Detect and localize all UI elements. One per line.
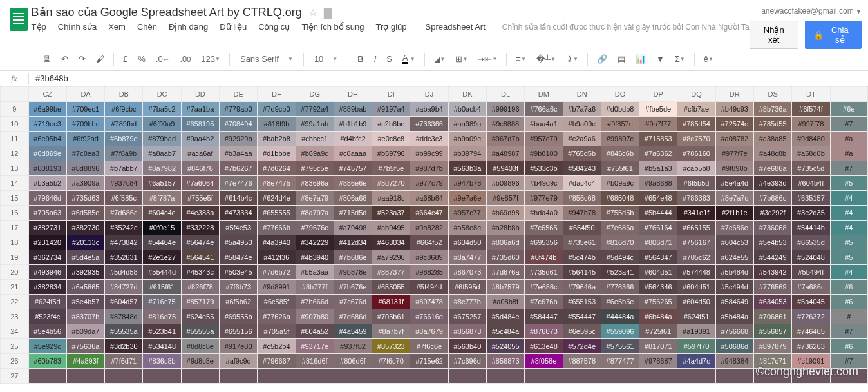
cell[interactable]: #6f9cbc bbox=[105, 102, 143, 117]
cell[interactable]: #8e7475 bbox=[258, 176, 296, 191]
cell[interactable]: #6 bbox=[830, 280, 867, 295]
cell[interactable]: #635157 bbox=[792, 191, 830, 206]
cell[interactable]: #baa4a1 bbox=[525, 117, 563, 132]
cell[interactable]: #c2a9a6 bbox=[563, 132, 601, 146]
cell[interactable]: #856c68 bbox=[563, 191, 601, 206]
cell[interactable]: #786160 bbox=[677, 146, 715, 161]
cell[interactable]: #83707b bbox=[66, 309, 104, 324]
currency-format[interactable]: £ bbox=[119, 52, 131, 66]
cell[interactable]: #706861 bbox=[753, 309, 791, 324]
cell[interactable]: #948384 bbox=[715, 354, 753, 369]
cell[interactable]: #907b80 bbox=[296, 309, 334, 324]
column-header[interactable]: DD bbox=[181, 87, 219, 102]
fill-color-button[interactable]: ◢ ▼ bbox=[430, 52, 449, 66]
cell[interactable]: #604d57 bbox=[105, 295, 143, 309]
cell[interactable]: #4a3940 bbox=[258, 235, 296, 250]
paint-format-icon[interactable]: 🖌 bbox=[92, 52, 108, 66]
cell[interactable]: #736366 bbox=[410, 117, 448, 132]
cell[interactable] bbox=[220, 369, 258, 384]
cell[interactable]: #756265 bbox=[639, 295, 677, 309]
cell[interactable]: #584447 bbox=[525, 309, 563, 324]
comment-icon[interactable]: ▤ bbox=[614, 52, 629, 66]
cell[interactable]: #664f52 bbox=[410, 235, 448, 250]
cell[interactable]: #559096 bbox=[601, 324, 639, 339]
cell[interactable]: #877477 bbox=[601, 354, 639, 369]
row-header[interactable]: 26 bbox=[1, 354, 29, 369]
cell[interactable]: #7f6b73 bbox=[220, 280, 258, 295]
cell[interactable]: #6e bbox=[830, 102, 867, 117]
halign-button[interactable]: ≡ ▼ bbox=[512, 52, 530, 66]
cell[interactable]: #745757 bbox=[334, 161, 372, 176]
text-color-button[interactable]: A ▼ bbox=[399, 52, 419, 66]
cell[interactable]: #a79296 bbox=[372, 250, 410, 265]
cell[interactable]: #5d4e5a bbox=[66, 250, 104, 265]
cell[interactable]: #6a5157 bbox=[143, 176, 181, 191]
cell[interactable]: #6 bbox=[830, 339, 867, 354]
wrap-button[interactable]: ⤸ ▼ bbox=[562, 52, 582, 66]
cell[interactable]: #8d7270 bbox=[372, 176, 410, 191]
cell[interactable] bbox=[143, 369, 181, 384]
cell[interactable]: #957c79 bbox=[525, 132, 563, 146]
cell[interactable]: #735d61 bbox=[525, 265, 563, 280]
cell[interactable]: #524048 bbox=[792, 250, 830, 265]
chart-icon[interactable]: 📊 bbox=[632, 52, 650, 66]
cell[interactable] bbox=[525, 369, 563, 384]
cell[interactable]: #7 bbox=[830, 161, 867, 176]
cell[interactable]: #473842 bbox=[105, 235, 143, 250]
menu-view[interactable]: Xem bbox=[108, 22, 126, 32]
borders-button[interactable]: ⊞ ▼ bbox=[451, 52, 471, 66]
cell[interactable]: #564346 bbox=[639, 280, 677, 295]
column-header[interactable]: DC bbox=[143, 87, 181, 102]
cell[interactable]: #695356 bbox=[525, 235, 563, 250]
row-header[interactable]: 12 bbox=[1, 146, 29, 161]
cell[interactable]: #79646a bbox=[563, 280, 601, 295]
column-header[interactable]: DI bbox=[372, 87, 410, 102]
column-header[interactable]: DB bbox=[105, 87, 143, 102]
cell[interactable]: #534148 bbox=[143, 339, 181, 354]
cell[interactable]: #b39794 bbox=[448, 146, 486, 161]
cell[interactable]: #6c585f bbox=[258, 295, 296, 309]
cell[interactable]: #614b4c bbox=[220, 191, 258, 206]
cell[interactable]: #564145 bbox=[563, 265, 601, 280]
cell[interactable]: #846c6b bbox=[601, 146, 639, 161]
cell[interactable]: #6f5b5d bbox=[677, 176, 715, 191]
cell[interactable]: #977f7e bbox=[715, 146, 753, 161]
cell[interactable]: #b09da7 bbox=[66, 324, 104, 339]
cell[interactable]: #4a4d7c bbox=[677, 354, 715, 369]
cell[interactable]: #9b878e bbox=[334, 265, 372, 280]
cell[interactable]: #6e595c bbox=[563, 324, 601, 339]
cell[interactable]: #806d71 bbox=[639, 235, 677, 250]
cell[interactable]: #4e393d bbox=[753, 176, 791, 191]
cell[interactable]: #615f61 bbox=[143, 280, 181, 295]
cell[interactable]: #4a5459 bbox=[334, 324, 372, 339]
cell[interactable]: #7aa1ba bbox=[181, 102, 219, 117]
formula-input[interactable]: #3b648b bbox=[29, 74, 68, 83]
cell[interactable]: #7d6264 bbox=[258, 161, 296, 176]
share-button[interactable]: 🔒Chia sẻ bbox=[805, 21, 862, 49]
cell[interactable]: #634053 bbox=[753, 295, 791, 309]
cell[interactable]: #857323 bbox=[372, 339, 410, 354]
column-header[interactable]: DS bbox=[753, 87, 791, 102]
cell[interactable]: #6f474b bbox=[525, 250, 563, 265]
column-header[interactable]: DK bbox=[448, 87, 486, 102]
cell[interactable]: #b3a4aa bbox=[220, 146, 258, 161]
undo-icon[interactable]: ↶ bbox=[57, 52, 72, 66]
cell[interactable]: #7c696d bbox=[448, 354, 486, 369]
cell[interactable]: #624f51 bbox=[677, 309, 715, 324]
increase-decimal[interactable]: .00 bbox=[176, 52, 194, 66]
cell[interactable]: #6f90a9 bbox=[143, 117, 181, 132]
cell[interactable]: #341e1f bbox=[677, 206, 715, 220]
cell[interactable]: #a08b8f bbox=[486, 295, 524, 309]
cell[interactable]: #77626a bbox=[258, 309, 296, 324]
cell[interactable]: #3e2d35 bbox=[792, 206, 830, 220]
cell[interactable]: #45343c bbox=[181, 265, 219, 280]
cell[interactable]: #5b484d bbox=[715, 265, 753, 280]
cell[interactable]: #a68b84 bbox=[410, 191, 448, 206]
cell[interactable]: #785d54 bbox=[677, 117, 715, 132]
cell[interactable]: #9f898b bbox=[715, 161, 753, 176]
column-header[interactable]: DO bbox=[601, 87, 639, 102]
cell[interactable]: #897879 bbox=[753, 339, 791, 354]
cell[interactable]: #574448 bbox=[677, 265, 715, 280]
cell[interactable]: #6a5865 bbox=[66, 280, 104, 295]
cell[interactable]: #392935 bbox=[66, 265, 104, 280]
